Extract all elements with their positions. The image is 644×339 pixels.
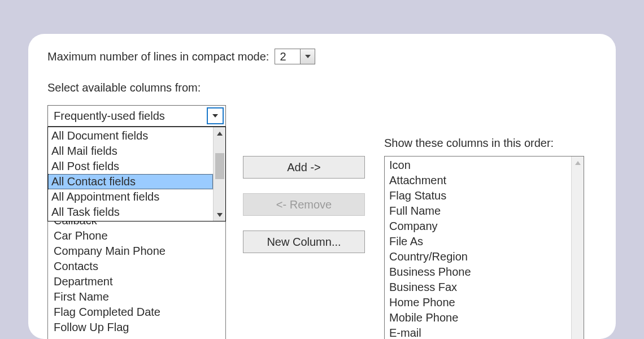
columns-dialog-panel: Maximum number of lines in compact mode:… [28, 34, 616, 339]
show-columns-listbox[interactable]: IconAttachmentFlag StatusFull NameCompan… [384, 156, 584, 339]
field-set-option[interactable]: All Contact fields [48, 174, 213, 189]
available-column-item[interactable]: First Name [50, 289, 214, 305]
field-set-option[interactable]: All Post fields [48, 159, 213, 174]
add-button[interactable]: Add -> [243, 156, 365, 179]
show-column-item[interactable]: File As [385, 234, 571, 249]
compact-lines-value[interactable]: 2 [275, 49, 301, 64]
field-set-options: All Document fieldsAll Mail fieldsAll Po… [48, 127, 213, 221]
field-set-combobox[interactable]: Frequently-used fields [47, 105, 226, 127]
scroll-down-icon[interactable] [214, 208, 225, 221]
available-column-item[interactable]: Department [50, 274, 214, 289]
show-column-item[interactable]: E-mail [385, 325, 571, 339]
select-from-label: Select available columns from: [47, 81, 597, 94]
show-scrollbar[interactable] [571, 157, 584, 339]
compact-lines-select: 2 [275, 49, 315, 64]
show-column-item[interactable]: Mobile Phone [385, 310, 571, 325]
available-columns-list: CallbackCar PhoneCompany Main PhoneConta… [50, 220, 214, 339]
available-column-item[interactable]: Car Phone [50, 228, 214, 244]
field-set-option[interactable]: All Appointment fields [48, 189, 213, 205]
compact-mode-label: Maximum number of lines in compact mode: [47, 50, 269, 63]
chevron-down-icon [212, 114, 218, 118]
remove-button: <- Remove [243, 193, 365, 216]
field-set-option[interactable]: All Document fields [48, 128, 213, 144]
scroll-up-icon[interactable] [572, 157, 584, 169]
show-column-item[interactable]: Home Phone [385, 295, 571, 310]
show-column-item[interactable]: Attachment [385, 173, 571, 188]
show-column-item[interactable]: Full Name [385, 203, 571, 219]
scroll-up-icon[interactable] [214, 127, 225, 140]
columns-area: CallbackCar PhoneCompany Main PhoneConta… [47, 105, 597, 339]
show-column-item[interactable]: Business Fax [385, 280, 571, 295]
field-set-option[interactable]: All Task fields [48, 205, 213, 220]
compact-lines-dropdown-button[interactable] [301, 49, 315, 64]
field-set-dropdown-button[interactable] [207, 107, 224, 124]
show-columns-list: IconAttachmentFlag StatusFull NameCompan… [385, 157, 571, 339]
scroll-thumb[interactable] [215, 153, 224, 179]
compact-mode-row: Maximum number of lines in compact mode:… [47, 49, 597, 64]
available-column-item[interactable]: Follow Up Flag [50, 320, 214, 335]
available-column-item[interactable]: Flag Completed Date [50, 305, 214, 320]
chevron-down-icon [305, 55, 311, 58]
field-set-value: Frequently-used fields [48, 108, 207, 124]
show-column-item[interactable]: Company [385, 219, 571, 234]
field-set-option[interactable]: All Mail fields [48, 144, 213, 159]
field-set-dropdown-list: All Document fieldsAll Mail fieldsAll Po… [47, 127, 226, 221]
show-column-item[interactable]: Country/Region [385, 249, 571, 264]
available-column-item[interactable]: Company Main Phone [50, 244, 214, 259]
new-column-button[interactable]: New Column... [243, 231, 365, 253]
show-column-item[interactable]: Business Phone [385, 264, 571, 280]
transfer-buttons: Add -> <- Remove New Column... [243, 156, 365, 253]
available-column-item[interactable]: Contacts [50, 259, 214, 274]
show-column-item[interactable]: Icon [385, 158, 571, 173]
show-order-label: Show these columns in this order: [384, 137, 554, 150]
dropdown-scrollbar[interactable] [213, 127, 225, 221]
show-column-item[interactable]: Flag Status [385, 188, 571, 203]
